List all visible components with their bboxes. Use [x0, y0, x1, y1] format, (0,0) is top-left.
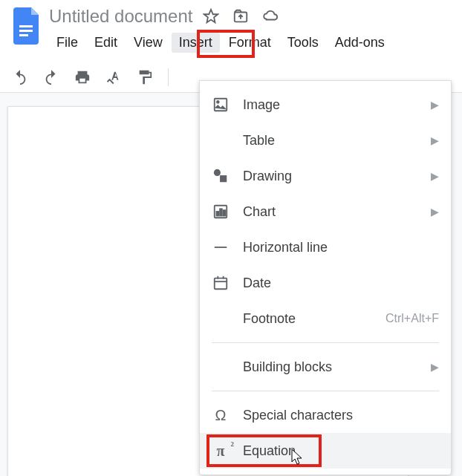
insert-date-label: Date [243, 276, 439, 291]
svg-rect-0 [19, 25, 33, 27]
chevron-right-icon: ▶ [431, 361, 439, 373]
svg-point-9 [217, 101, 219, 103]
insert-footnote-label: Footnote [243, 311, 372, 327]
svg-rect-13 [217, 212, 219, 216]
format-paint-button[interactable] [137, 69, 153, 85]
insert-chart-label: Chart [243, 204, 417, 220]
menu-addons[interactable]: Add-ons [328, 33, 392, 53]
insert-drawing[interactable]: Drawing ▶ [200, 158, 451, 194]
svg-rect-14 [220, 209, 222, 215]
svg-rect-17 [215, 278, 227, 290]
insert-dropdown: Image ▶ Table ▶ Drawing ▶ Chart ▶ Horizo… [199, 80, 452, 475]
insert-table[interactable]: Table ▶ [200, 123, 451, 158]
undo-button[interactable] [12, 69, 28, 85]
menu-insert[interactable]: Insert [172, 33, 220, 53]
chart-icon [212, 203, 230, 221]
insert-equation-label: Equation [243, 443, 439, 459]
footnote-shortcut: Ctrl+Alt+F [385, 312, 439, 325]
insert-special-characters[interactable]: Ω Special characters [200, 397, 451, 433]
insert-image[interactable]: Image ▶ [200, 87, 451, 123]
svg-rect-2 [19, 34, 28, 36]
insert-horizontal-line[interactable]: Horizontal line [200, 229, 451, 265]
insert-drawing-label: Drawing [243, 169, 417, 184]
insert-table-label: Table [243, 133, 417, 149]
move-icon[interactable] [232, 8, 249, 25]
insert-bb-label: Building blocks [243, 359, 417, 375]
insert-hline-label: Horizontal line [243, 240, 439, 255]
insert-date[interactable]: Date [200, 265, 451, 301]
svg-point-10 [214, 169, 221, 176]
insert-footnote[interactable]: Footnote Ctrl+Alt+F [200, 301, 451, 336]
toolbar-separator [168, 68, 169, 86]
chevron-right-icon: ▶ [431, 134, 439, 146]
chevron-right-icon: ▶ [431, 99, 439, 111]
document-title[interactable]: Untitled document [49, 6, 192, 27]
insert-specialchars-label: Special characters [243, 408, 439, 423]
print-button[interactable] [74, 69, 91, 85]
insert-building-blocks[interactable]: Building blocks ▶ [200, 349, 451, 385]
chevron-right-icon: ▶ [431, 206, 439, 218]
blank-icon [212, 131, 230, 149]
omega-icon: Ω [212, 406, 230, 424]
insert-chart[interactable]: Chart ▶ [200, 194, 451, 229]
horizontal-line-icon [212, 238, 230, 256]
menu-separator [212, 342, 439, 343]
insert-equation[interactable]: π2 Equation [200, 433, 451, 469]
menu-view[interactable]: View [126, 33, 170, 53]
svg-rect-15 [224, 210, 226, 215]
drawing-icon [212, 167, 230, 185]
menubar: File Edit View Insert Format Tools Add-o… [49, 33, 450, 53]
blank-icon [212, 358, 230, 376]
svg-rect-11 [220, 175, 227, 182]
star-icon[interactable] [203, 8, 219, 25]
menu-separator [212, 391, 439, 391]
docs-logo[interactable] [12, 6, 42, 46]
insert-image-label: Image [243, 97, 417, 113]
redo-button[interactable] [43, 69, 59, 85]
blank-icon [212, 310, 230, 327]
svg-rect-1 [19, 30, 33, 32]
date-icon [212, 274, 230, 292]
menu-tools[interactable]: Tools [280, 33, 326, 53]
menu-format[interactable]: Format [221, 33, 279, 53]
chevron-right-icon: ▶ [431, 170, 439, 182]
menu-edit[interactable]: Edit [87, 33, 125, 53]
image-icon [212, 96, 230, 114]
menu-file[interactable]: File [49, 33, 85, 53]
cloud-status-icon[interactable] [262, 8, 279, 25]
spellcheck-button[interactable] [105, 69, 122, 85]
pi-icon: π2 [212, 442, 230, 460]
